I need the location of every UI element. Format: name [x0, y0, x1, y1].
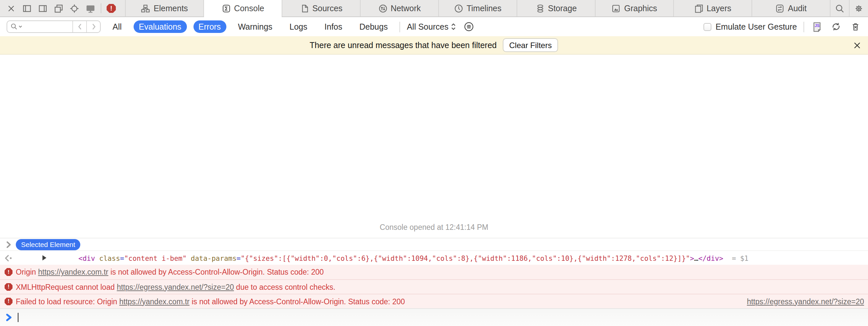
tab-graphics[interactable]: Graphics	[595, 0, 673, 17]
search-input[interactable]	[23, 23, 70, 31]
banner-message: There are unread messages that have been…	[310, 40, 497, 50]
emulate-user-gesture-label: Emulate User Gesture	[716, 22, 797, 31]
scope-logs[interactable]: Logs	[284, 21, 313, 33]
detach-icon[interactable]	[53, 3, 64, 13]
tab-sources[interactable]: Sources	[282, 0, 360, 17]
scope-warnings[interactable]: Warnings	[232, 21, 278, 33]
inspect-target-icon[interactable]	[69, 3, 80, 13]
next-result-icon[interactable]	[86, 21, 100, 32]
code-token: <div	[78, 254, 95, 262]
error-origin-link[interactable]: https://yandex.com.tr	[38, 268, 108, 276]
tab-label: Console	[234, 4, 264, 13]
code-token: "content i-bem"	[124, 254, 187, 262]
code-token: =	[237, 254, 241, 262]
tab-label: Audit	[788, 4, 807, 13]
elements-icon	[141, 4, 150, 13]
scope-errors[interactable]: Errors	[193, 21, 226, 33]
search-group	[7, 21, 101, 33]
tab-label: Layers	[707, 4, 731, 13]
code-token: …	[694, 254, 699, 262]
tab-layers[interactable]: Layers	[673, 0, 751, 17]
error-text: XMLHttpRequest cannot load https://egres…	[16, 283, 335, 291]
code-token: >	[690, 254, 694, 262]
error-resource-link[interactable]: https://egress.yandex.net/?size=20	[747, 297, 864, 305]
code-token: =	[120, 254, 124, 262]
device-icon[interactable]	[85, 3, 95, 13]
tab-bar: ! Elements Console Sources Network	[0, 0, 868, 17]
code-token: "{"sizes":[{"width":0,"cols":6},{"width"…	[241, 254, 690, 262]
error-origin-link[interactable]: https://egress.yandex.net/?size=20	[117, 283, 234, 291]
tab-storage[interactable]: Storage	[517, 0, 595, 17]
clear-console-icon[interactable]	[849, 21, 861, 33]
search-icon[interactable]	[830, 0, 849, 17]
search-magnifier-icon	[10, 23, 18, 30]
error-text-part: is not allowed by Access-Control-Allow-O…	[189, 297, 405, 305]
console-messages: Console opened at 12:41:14 PM Selected E…	[0, 55, 868, 308]
selected-element-row[interactable]: Selected Element	[0, 238, 868, 250]
error-text-part: is not allowed by Access-Control-Allow-O…	[108, 268, 324, 276]
error-badge-icon[interactable]: !	[106, 4, 116, 13]
error-text: Origin https://yandex.com.tr is not allo…	[16, 268, 324, 276]
svg-text:JS: JS	[815, 23, 819, 28]
tab-console[interactable]: Console	[203, 0, 282, 17]
tab-elements[interactable]: Elements	[125, 0, 203, 17]
scope-debugs[interactable]: Debugs	[354, 21, 393, 33]
error-text: Failed to load resource: Origin https://…	[16, 297, 405, 305]
audit-icon	[776, 4, 785, 13]
close-icon[interactable]	[6, 3, 17, 13]
tab-label: Timelines	[467, 4, 501, 13]
code-token: class	[99, 254, 120, 262]
dock-left-icon[interactable]	[22, 3, 32, 13]
emulate-user-gesture-checkbox[interactable]	[704, 23, 712, 31]
prev-result-icon[interactable]	[72, 21, 86, 32]
sources-select-chevrons-icon	[451, 23, 456, 30]
sources-icon	[300, 4, 309, 13]
code-token: data-params	[191, 254, 237, 262]
element-outerhtml: <div class="content i-bem" data-params="…	[78, 254, 723, 262]
sources-select-label: All Sources	[407, 22, 448, 31]
filter-banner: There are unread messages that have been…	[0, 36, 868, 55]
tab-label: Sources	[312, 4, 343, 13]
storage-icon	[535, 4, 545, 13]
error-text-part: Origin	[16, 268, 38, 276]
clear-filters-button[interactable]: Clear Filters	[503, 38, 558, 52]
filter-bar: All Evaluations Errors Warnings Logs Inf…	[0, 17, 868, 36]
tab-label: Storage	[548, 4, 577, 13]
console-prompt[interactable]	[0, 308, 868, 326]
console-error-row: ! Origin https://yandex.com.tr is not al…	[0, 265, 868, 279]
console-error-row: ! XMLHttpRequest cannot load https://egr…	[0, 279, 868, 294]
scope-infos[interactable]: Infos	[319, 21, 347, 33]
console-error-row: ! Failed to load resource: Origin https:…	[0, 294, 868, 308]
emulate-user-gesture[interactable]: Emulate User Gesture	[704, 22, 797, 31]
text-cursor	[18, 313, 19, 322]
timelines-icon	[454, 4, 463, 13]
search-options-chevron-icon[interactable]	[19, 25, 22, 28]
banner-close-icon[interactable]	[854, 41, 861, 49]
tab-audit[interactable]: Audit	[751, 0, 830, 17]
scope-evaluations[interactable]: Evaluations	[133, 21, 187, 33]
selected-element-code-row[interactable]: <div class="content i-bem" data-params="…	[0, 250, 868, 265]
tab-timelines[interactable]: Timelines	[438, 0, 517, 17]
tab-network[interactable]: Network	[360, 0, 438, 17]
error-origin-link[interactable]: https://yandex.com.tr	[119, 297, 190, 305]
console-menu-icon[interactable]	[463, 21, 475, 33]
js-context-icon[interactable]: JS	[811, 21, 823, 33]
gear-icon[interactable]	[849, 0, 868, 17]
scope-all[interactable]: All	[107, 21, 127, 33]
error-icon: !	[5, 283, 12, 291]
sources-select[interactable]: All Sources	[407, 22, 456, 31]
refresh-icon[interactable]	[830, 21, 842, 33]
layers-icon	[694, 4, 703, 13]
tab-label: Network	[391, 4, 421, 13]
filter-separator	[399, 21, 400, 32]
code-token	[187, 254, 191, 262]
toolbar-separator	[101, 3, 101, 13]
error-text-part: due to access control checks.	[234, 283, 335, 291]
network-icon	[378, 4, 387, 13]
dock-right-icon[interactable]	[37, 3, 48, 13]
error-text-part: Failed to load resource: Origin	[16, 297, 119, 305]
search-field[interactable]	[7, 21, 72, 32]
graphics-icon	[612, 4, 621, 13]
tab-label: Elements	[154, 4, 188, 13]
error-icon: !	[5, 268, 12, 276]
